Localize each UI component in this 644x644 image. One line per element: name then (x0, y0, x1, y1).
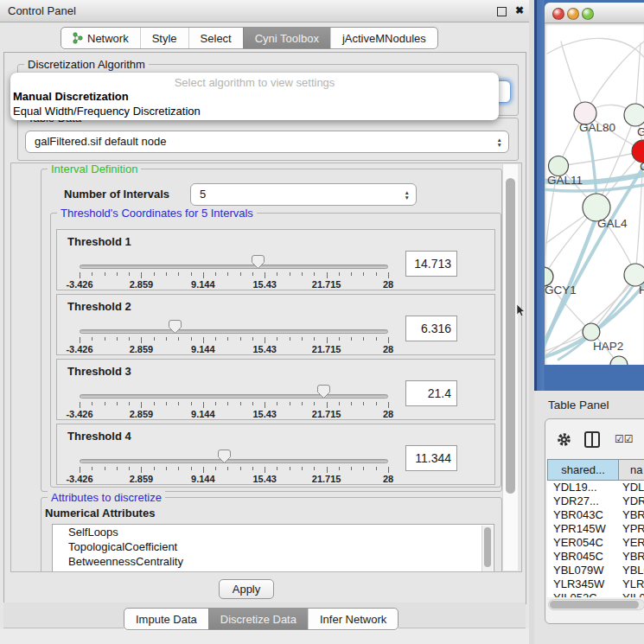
tab-cyni-toolbox[interactable]: Cyni Toolbox (243, 28, 330, 48)
tab-jactivemnodules[interactable]: jActiveMNodules (330, 28, 437, 48)
tab-network[interactable]: Network (61, 28, 140, 48)
threshold-value-field[interactable]: 6.316 (405, 316, 457, 341)
list-item[interactable]: SelfLoops (53, 525, 494, 539)
slider-tick (277, 402, 277, 405)
threshold-slider[interactable] (80, 265, 388, 269)
settings-scroll-viewport: Interval Definition Number of Intervals … (10, 163, 522, 572)
table-data-combobox[interactable]: galFiltered.sif default node ▲▼ (25, 131, 509, 153)
slider-tick (339, 337, 340, 341)
tab-select[interactable]: Select (188, 28, 243, 48)
slider-tick (105, 272, 105, 276)
slider-tick (129, 272, 130, 276)
network-node-ga[interactable] (624, 104, 644, 126)
horizontal-scrollbar-thumb[interactable] (550, 601, 639, 609)
threshold-value-field[interactable]: 11.344 (405, 445, 457, 471)
table-cell: YBR043C (547, 508, 619, 522)
threshold-slider[interactable] (80, 459, 388, 463)
network-canvas[interactable]: GAL80GACGAL11GAL4GCY1HHAP2 (545, 23, 644, 365)
table-row[interactable]: YLR345WYLR3 (547, 577, 644, 591)
slider-tick (141, 337, 142, 343)
gear-icon[interactable] (557, 432, 571, 447)
algorithm-dropdown-popup: Select algorithm to view settings Manual… (10, 73, 499, 120)
table-row[interactable]: YIL052CYIL0 (547, 591, 644, 597)
network-edge[interactable] (585, 41, 644, 113)
slider-tick-label: 28 (367, 344, 410, 354)
slider-tick (376, 337, 377, 341)
tab-impute-data[interactable]: Impute Data (124, 609, 208, 629)
tab-label: Network (87, 32, 129, 45)
table-row[interactable]: YBL079WYBL0 (547, 564, 644, 577)
slider-tick (327, 467, 328, 473)
threshold-value-field[interactable]: 14.713 (405, 251, 457, 277)
tab-style[interactable]: Style (140, 28, 188, 48)
slider-tick-label: 21.715 (305, 279, 348, 290)
table-cell: YDR2 (619, 494, 644, 508)
slider-tick (80, 402, 80, 408)
slider-tick (363, 272, 364, 276)
close-traffic-light-icon[interactable] (552, 8, 564, 20)
table-row[interactable]: YDR27...YDR2 (547, 494, 644, 508)
checkbox-icons[interactable]: ☑☑ (615, 433, 634, 445)
threshold-slider[interactable] (80, 329, 388, 334)
attribute-items: SelfLoopsTopologicalCoefficientBetweenne… (53, 525, 494, 569)
slider-tick-label: -3.426 (58, 474, 101, 484)
table-row[interactable]: YPR145WYPR1 (547, 522, 644, 536)
slider-tick-label: 2.859 (119, 279, 163, 290)
slider-tick (388, 402, 389, 408)
slider-tick-label: 9.144 (182, 279, 225, 290)
slider-tick (154, 402, 155, 405)
slider-tick (191, 467, 192, 470)
slider-thumb[interactable] (252, 255, 265, 269)
slider-tick (80, 337, 80, 343)
threshold-value-field[interactable]: 21.4 (405, 380, 457, 406)
float-window-icon[interactable] (497, 7, 507, 16)
slider-tick (191, 337, 192, 341)
apply-button[interactable]: Apply (219, 579, 274, 599)
column-header-name[interactable]: na (619, 459, 644, 481)
vertical-scrollbar[interactable] (502, 164, 518, 571)
list-scrollbar[interactable] (481, 526, 493, 572)
slider-tick-label: 2.859 (119, 344, 163, 354)
table-row[interactable]: YDL19...YDL1 (547, 481, 644, 494)
slider-thumb[interactable] (317, 385, 330, 399)
tab-infer-network[interactable]: Infer Network (308, 609, 398, 629)
slider-tick (277, 337, 277, 341)
list-item[interactable]: BetweennessCentrality (53, 554, 494, 569)
table-header: shared... na (547, 459, 644, 481)
slider-thumb[interactable] (218, 450, 231, 463)
slider-tick (363, 467, 364, 470)
numerical-attributes-label: Numerical Attributes (45, 507, 155, 520)
list-item[interactable]: TopologicalCoefficient (53, 539, 494, 554)
table-row[interactable]: YBR045CYBR0 (547, 550, 644, 564)
slider-tick (290, 467, 290, 470)
horizontal-scrollbar[interactable] (548, 599, 644, 610)
vertical-scrollbar-thumb[interactable] (506, 178, 515, 494)
table-row[interactable]: YER054CYER0 (547, 536, 644, 550)
network-edge[interactable] (558, 151, 643, 166)
popup-option-equal-width-frequency-discretization[interactable]: Equal Width/Frequency Discretization (13, 104, 496, 118)
slider-tick (105, 402, 105, 405)
slider-tick-label: 21.715 (305, 344, 348, 354)
column-header-shared-name[interactable]: shared... (547, 459, 619, 481)
control-panel-window: Control Panel ✖ NetworkStyleSelectCyni T… (0, 0, 529, 644)
minimize-traffic-light-icon[interactable] (567, 8, 579, 20)
slider-thumb[interactable] (169, 320, 182, 334)
tab-label: Style (152, 32, 177, 45)
popup-option-manual-discretization[interactable]: Manual Discretization (13, 89, 496, 104)
table-cell: YDR27... (547, 494, 619, 508)
zoom-traffic-light-icon[interactable] (582, 8, 594, 20)
slider-tick (227, 337, 228, 341)
number-of-intervals-combobox[interactable]: 5 ▲▼ (190, 183, 417, 206)
table-row[interactable]: YBR043CYBR0 (547, 508, 644, 522)
threshold-slider[interactable] (80, 394, 388, 399)
list-scrollbar-thumb[interactable] (484, 527, 491, 567)
split-columns-icon[interactable] (584, 431, 600, 448)
numerical-attributes-list[interactable]: SelfLoopsTopologicalCoefficientBetweenne… (52, 524, 494, 572)
close-icon[interactable]: ✖ (515, 4, 524, 16)
slider-tick (252, 272, 253, 276)
slider-tick (154, 337, 155, 341)
slider-tick (265, 402, 265, 408)
network-node-hap2[interactable] (583, 323, 600, 341)
tab-discretize-data[interactable]: Discretize Data (208, 609, 308, 629)
slider-tick (302, 402, 303, 405)
